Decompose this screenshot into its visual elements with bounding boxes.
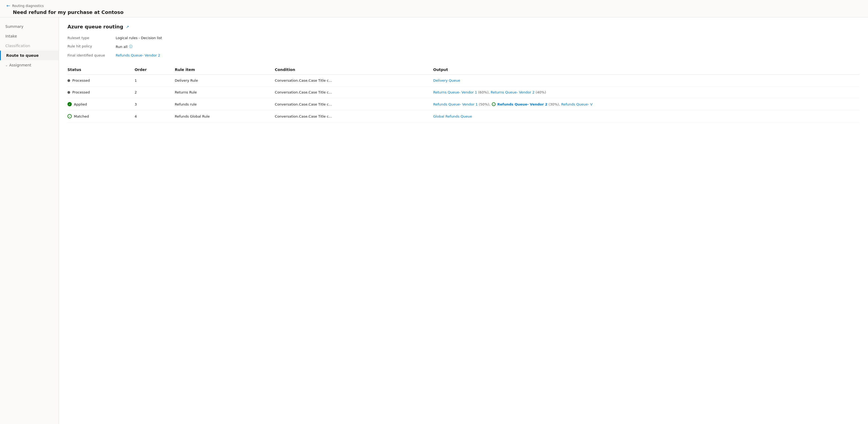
sidebar-item-intake[interactable]: Intake <box>0 31 59 41</box>
external-link-icon[interactable]: ↗︎ <box>126 25 129 29</box>
condition-cell: Conversation.Case.Case Title c... <box>275 87 433 98</box>
info-icon[interactable]: ⓘ <box>129 44 132 49</box>
final-queue-label: Final identified queue <box>67 52 116 58</box>
output-cell: Global Refunds Queue <box>433 110 860 122</box>
col-header-rule-item: Rule item <box>175 65 275 75</box>
output-cell: Delivery Queue <box>433 75 860 87</box>
output-link[interactable]: Refunds Queue- V <box>561 102 592 106</box>
order-cell: 3 <box>135 98 175 110</box>
status-cell: Processed <box>67 87 135 98</box>
table-row: Processed 2 Returns Rule Conversation.Ca… <box>67 87 860 98</box>
page-title: Need refund for my purchase at Contoso <box>6 9 862 15</box>
col-header-order: Order <box>135 65 175 75</box>
status-cell: ✓ Applied <box>67 98 135 110</box>
sidebar: Summary Intake Classification Route to q… <box>0 18 59 424</box>
sidebar-item-classification: Classification <box>0 41 59 51</box>
status-dot-icon <box>67 79 70 82</box>
final-queue-value[interactable]: Refunds Queue- Vendor 2 <box>116 52 860 58</box>
condition-cell: Conversation.Case.Case Title c... <box>275 110 433 122</box>
content-area: Azure queue routing ↗︎ Ruleset type Logi… <box>59 18 868 424</box>
output-link[interactable]: Returns Queue- Vendor 1 <box>433 90 477 94</box>
main-layout: Summary Intake Classification Route to q… <box>0 18 868 424</box>
sidebar-item-label: Assignment <box>9 63 31 67</box>
output-link[interactable]: Returns Queue- Vendor 2 <box>491 90 535 94</box>
col-header-output: Output <box>433 65 860 75</box>
condition-cell: Conversation.Case.Case Title c... <box>275 75 433 87</box>
breadcrumb-row: ← Routing diagnostics <box>6 3 862 8</box>
order-cell: 2 <box>135 87 175 98</box>
output-link[interactable]: Refunds Queue- Vendor 1 <box>433 102 478 106</box>
status-label: Processed <box>72 79 90 83</box>
status-label: Processed <box>72 90 90 94</box>
output-link[interactable]: Global Refunds Queue <box>433 114 472 118</box>
breadcrumb: Routing diagnostics <box>12 4 44 8</box>
app-container: ← Routing diagnostics Need refund for my… <box>0 0 868 424</box>
sidebar-item-label: Summary <box>5 24 24 29</box>
order-cell: 4 <box>135 110 175 122</box>
routing-table: Status Order Rule item Condition Output <box>67 65 860 122</box>
output-cell: Refunds Queue- Vendor 1 (50%), ✓ Refunds… <box>433 98 860 110</box>
rule-item-cell: Delivery Rule <box>175 75 275 87</box>
status-check-icon: ✓ <box>67 102 72 106</box>
inline-check-icon: ✓ <box>492 102 496 106</box>
info-grid: Ruleset type Logical rules - Decision li… <box>67 35 860 58</box>
status-dot-icon <box>67 91 70 94</box>
sidebar-item-summary[interactable]: Summary <box>0 22 59 31</box>
output-link-bold[interactable]: Refunds Queue- Vendor 2 <box>497 102 547 106</box>
condition-cell: Conversation.Case.Case Title c... <box>275 98 433 110</box>
ruleset-type-value: Logical rules - Decision list <box>116 35 860 41</box>
col-header-status: Status <box>67 65 135 75</box>
rule-hit-policy-label: Rule hit policy <box>67 43 116 50</box>
table-row: ✓ Applied 3 Refunds rule Conversation.Ca… <box>67 98 860 110</box>
status-cell: ✓ Matched <box>67 110 135 122</box>
status-label: Matched <box>74 114 89 118</box>
status-label: Applied <box>74 102 87 106</box>
rule-item-cell: Refunds rule <box>175 98 275 110</box>
sidebar-item-assignment[interactable]: ⌄ Assignment <box>0 60 59 70</box>
sidebar-item-label: Classification <box>5 44 30 48</box>
chevron-down-icon: ⌄ <box>5 64 7 67</box>
output-cell: Returns Queue- Vendor 1 (60%), Returns Q… <box>433 87 860 98</box>
rule-item-cell: Returns Rule <box>175 87 275 98</box>
col-header-condition: Condition <box>275 65 433 75</box>
table-row: Processed 1 Delivery Rule Conversation.C… <box>67 75 860 87</box>
section-title: Azure queue routing <box>67 24 123 29</box>
status-cell: Processed <box>67 75 135 87</box>
status-check-outline-icon: ✓ <box>67 114 72 118</box>
table-row: ✓ Matched 4 Refunds Global Rule Conversa… <box>67 110 860 122</box>
output-link[interactable]: Delivery Queue <box>433 79 460 83</box>
section-title-row: Azure queue routing ↗︎ <box>67 24 860 29</box>
rule-item-cell: Refunds Global Rule <box>175 110 275 122</box>
sidebar-item-label: Route to queue <box>6 53 39 58</box>
header: ← Routing diagnostics Need refund for my… <box>0 0 868 18</box>
order-cell: 1 <box>135 75 175 87</box>
ruleset-type-label: Ruleset type <box>67 35 116 41</box>
rule-hit-policy-value: Run all ⓘ <box>116 43 860 50</box>
sidebar-item-route-to-queue[interactable]: Route to queue <box>0 51 59 60</box>
sidebar-item-label: Intake <box>5 34 17 38</box>
back-button[interactable]: ← <box>6 3 10 8</box>
